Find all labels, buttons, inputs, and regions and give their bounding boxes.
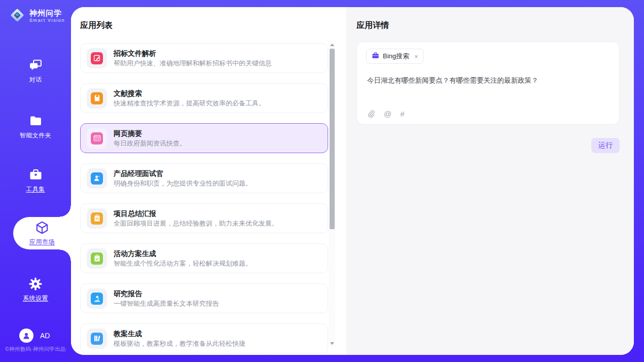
query-text[interactable]: 今日湖北有哪些新闻要点？有哪些需要关注的最新政策？ bbox=[367, 76, 607, 86]
brand-tagline: Smart Vision bbox=[29, 18, 65, 23]
sidebar-item-label: 系统设置 bbox=[23, 294, 48, 303]
avatar[interactable] bbox=[19, 329, 33, 343]
gear-icon bbox=[29, 277, 42, 291]
toolbox-icon bbox=[29, 168, 43, 182]
paperclip-icon[interactable] bbox=[367, 110, 375, 118]
app-item-title: 文献搜索 bbox=[114, 89, 265, 98]
app-list-item[interactable]: 项目总结汇报 全面回顾项目进展，总结经验教训，助力未来优化发展。 bbox=[80, 203, 328, 233]
app-logo: 神州问学 Smart Vision bbox=[9, 7, 65, 26]
app-item-title: 教案生成 bbox=[114, 329, 245, 338]
book-icon bbox=[91, 92, 103, 104]
app-list-item[interactable]: 招标文件解析 帮助用户快速、准确地理解和解析招标书中的关键信息 bbox=[80, 43, 328, 73]
sidebar-nav: 对话 智能文件夹 工具集 应用市场 系统设置 bbox=[0, 53, 71, 304]
user-initials: AD bbox=[40, 332, 50, 340]
clipboard-icon bbox=[91, 212, 103, 225]
scroll-down-arrow-icon[interactable] bbox=[329, 340, 335, 347]
scrollbar[interactable] bbox=[329, 41, 335, 347]
app-list-item[interactable]: 产品经理面试官 明确身份和职责，为您提供专业性的面试问题。 bbox=[80, 163, 328, 193]
brand-diamond-icon bbox=[9, 7, 26, 26]
app-item-title: 产品经理面试官 bbox=[114, 169, 252, 178]
sidebar-item-label: 智能文件夹 bbox=[20, 131, 52, 140]
tool-tag-close-icon[interactable]: × bbox=[414, 53, 418, 60]
app-list: 招标文件解析 帮助用户快速、准确地理解和解析招标书中的关键信息 文献搜索 快速精… bbox=[80, 43, 328, 355]
app-list-item[interactable]: 网页摘要 每日政府新闻资讯快查。 bbox=[80, 123, 328, 153]
sidebar-item-toolset[interactable]: 工具集 bbox=[0, 166, 71, 195]
sidebar: 神州问学 Smart Vision 对话 智能文件夹 工具集 应用市场 系统设置… bbox=[0, 0, 71, 362]
tool-tag-label: Bing搜索 bbox=[383, 52, 409, 61]
brand-name: 神州问学 bbox=[29, 9, 65, 18]
chat-icon bbox=[29, 58, 43, 73]
app-item-desc: 明确身份和职责，为您提供专业性的面试问题。 bbox=[114, 179, 252, 188]
cube-icon bbox=[35, 221, 49, 235]
sidebar-item-smart-folder[interactable]: 智能文件夹 bbox=[0, 113, 71, 141]
clipboard-check-icon bbox=[91, 252, 103, 265]
main-content: 应用列表 招标文件解析 帮助用户快速、准确地理解和解析招标书中的关键信息 文献搜… bbox=[71, 7, 634, 355]
app-item-title: 活动方案生成 bbox=[114, 249, 252, 258]
run-button[interactable]: 运行 bbox=[591, 138, 620, 153]
folder-icon bbox=[29, 114, 43, 128]
sidebar-item-settings[interactable]: 系统设置 bbox=[0, 275, 71, 304]
tool-tag-bing[interactable]: Bing搜索 × bbox=[366, 49, 424, 64]
sidebar-item-label: 应用市场 bbox=[29, 238, 55, 246]
app-item-desc: 帮助用户快速、准确地理解和解析招标书中的关键信息 bbox=[114, 59, 272, 67]
books-icon bbox=[91, 333, 103, 345]
sidebar-item-label: 对话 bbox=[29, 76, 42, 84]
app-item-desc: 全面回顾项目进展，总结经验教训，助力未来优化发展。 bbox=[114, 219, 278, 228]
at-icon[interactable]: @ bbox=[384, 110, 391, 118]
app-list-item[interactable]: 文献搜索 快速精准查找学术资源，提高研究效率的必备工具。 bbox=[80, 83, 328, 113]
app-item-title: 网页摘要 bbox=[114, 129, 186, 138]
app-list-title: 应用列表 bbox=[80, 20, 113, 31]
sidebar-item-label: 工具集 bbox=[26, 185, 45, 194]
app-detail-panel: 应用详情 Bing搜索 × 今日湖北有哪些新闻要点？有哪些需要关注的最新政策？ … bbox=[346, 7, 634, 355]
briefcase-icon bbox=[372, 52, 379, 61]
app-item-desc: 一键智能生成高质量长文本研究报告 bbox=[114, 299, 219, 308]
app-item-desc: 快速精准查找学术资源，提高研究效率的必备工具。 bbox=[114, 99, 265, 107]
app-item-desc: 模板驱动，教案秒成，教学准备从此轻松快捷 bbox=[114, 339, 245, 348]
app-list-item[interactable]: 教案生成 模板驱动，教案秒成，教学准备从此轻松快捷 bbox=[80, 323, 328, 353]
browser-code-icon bbox=[91, 132, 103, 144]
microscope-icon bbox=[91, 293, 103, 305]
app-item-desc: 智能生成个性化活动方案，轻松解决规划难题。 bbox=[114, 259, 252, 268]
composer-toolbar: @ # bbox=[367, 110, 405, 118]
app-item-title: 研究报告 bbox=[114, 289, 219, 298]
prompt-card: Bing搜索 × 今日湖北有哪些新闻要点？有哪些需要关注的最新政策？ @ # bbox=[356, 42, 620, 125]
scroll-up-arrow-icon[interactable] bbox=[329, 41, 335, 48]
app-list-panel: 应用列表 招标文件解析 帮助用户快速、准确地理解和解析招标书中的关键信息 文献搜… bbox=[71, 7, 346, 355]
app-list-item[interactable]: 研究报告 一键智能生成高质量长文本研究报告 bbox=[80, 283, 328, 313]
sidebar-item-chat[interactable]: 对话 bbox=[0, 57, 71, 85]
app-item-desc: 每日政府新闻资讯快查。 bbox=[114, 139, 186, 148]
sidebar-footer: ©神州数码·神州问学出品 bbox=[0, 346, 71, 353]
pencil-square-icon bbox=[91, 52, 103, 64]
app-item-title: 招标文件解析 bbox=[114, 49, 272, 58]
sidebar-item-app-market[interactable]: 应用市场 bbox=[13, 217, 71, 249]
scrollbar-thumb[interactable] bbox=[330, 49, 335, 229]
interviewer-icon bbox=[91, 172, 103, 185]
app-detail-title: 应用详情 bbox=[356, 20, 389, 31]
user-row[interactable]: AD bbox=[19, 329, 50, 343]
hash-icon[interactable]: # bbox=[400, 110, 404, 118]
app-item-title: 项目总结汇报 bbox=[114, 209, 278, 218]
app-list-item[interactable]: 活动方案生成 智能生成个性化活动方案，轻松解决规划难题。 bbox=[80, 243, 328, 273]
